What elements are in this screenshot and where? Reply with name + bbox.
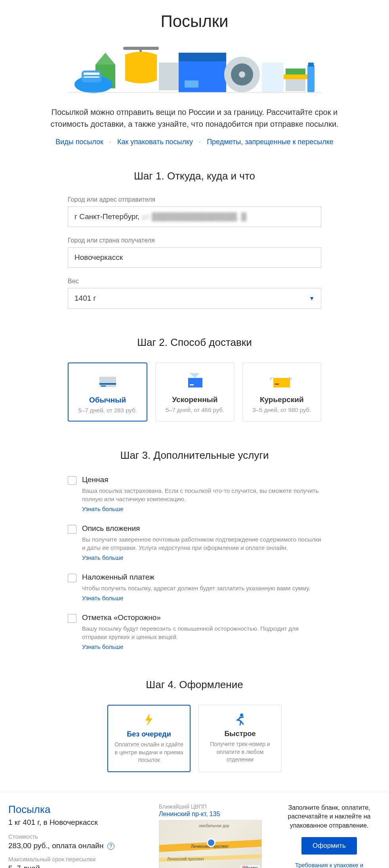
delivery-option-standard[interactable]: Обычный 5–7 дней, от 283 руб. bbox=[68, 362, 147, 422]
checkout-fast-title: Быстрое bbox=[204, 730, 276, 738]
svg-rect-11 bbox=[185, 80, 198, 88]
link-how-to-pack[interactable]: Как упаковать посылку bbox=[117, 138, 193, 146]
svg-rect-7 bbox=[84, 76, 99, 78]
delivery-courier-sub: 3–5 дней, от 980 руб. bbox=[247, 406, 317, 413]
service-valuable-title: Ценная bbox=[82, 475, 321, 484]
service-item-valuable: Ценная Ваша посылка застрахована. Если с… bbox=[68, 475, 321, 513]
summary-weight-dest: 1 кг 401 г, в Новочеркасск bbox=[8, 818, 147, 827]
map-pin-icon bbox=[207, 838, 215, 847]
info-icon[interactable]: ? bbox=[107, 843, 114, 850]
svg-rect-23 bbox=[99, 383, 116, 385]
step1-title: Шаг 1. Откуда, куда и что bbox=[0, 170, 389, 182]
svg-marker-1 bbox=[95, 53, 115, 65]
delivery-express-title: Ускоренный bbox=[160, 395, 230, 404]
link-parcel-types[interactable]: Виды посылок bbox=[55, 138, 103, 146]
svg-rect-26 bbox=[188, 378, 202, 387]
weight-select[interactable]: 1401 г ▼ bbox=[68, 288, 321, 309]
yandex-logo: ЯЯндекс bbox=[240, 865, 260, 868]
summary-time-label: Максимальный срок пересылки bbox=[8, 856, 147, 862]
checkbox-cod[interactable] bbox=[68, 574, 76, 582]
svg-rect-17 bbox=[284, 74, 307, 79]
svg-point-14 bbox=[239, 71, 245, 78]
requirements-link[interactable]: Требования к упаковке и содержимому bbox=[278, 861, 381, 868]
checkout-option-fast[interactable]: Быстрое Получите трек-номер и оплатите в… bbox=[198, 705, 282, 772]
hero-illustration bbox=[68, 41, 321, 96]
summary-cost-value: 283,00 руб., оплата онлайн ? bbox=[8, 841, 147, 850]
svg-rect-29 bbox=[275, 383, 279, 385]
service-inventory-link[interactable]: Узнать больше bbox=[82, 554, 123, 561]
svg-marker-25 bbox=[189, 373, 199, 378]
delivery-courier-title: Курьерский bbox=[247, 395, 317, 404]
service-valuable-link[interactable]: Узнать больше bbox=[82, 506, 123, 512]
to-label: Город или страна получателя bbox=[68, 237, 321, 244]
summary-instructions: Заполните бланк, оплатите, распечатайте … bbox=[278, 803, 381, 830]
svg-rect-19 bbox=[307, 65, 315, 92]
service-item-fragile: Отметка «Осторожно» Вашу посылку будут п… bbox=[68, 613, 321, 651]
service-fragile-title: Отметка «Осторожно» bbox=[82, 613, 321, 622]
service-cod-link[interactable]: Узнать больше bbox=[82, 595, 123, 601]
svg-rect-27 bbox=[190, 384, 194, 385]
service-cod-desc: Чтобы получить посылку, адресат должен б… bbox=[82, 584, 321, 592]
delivery-standard-sub: 5–7 дней, от 283 руб. bbox=[72, 407, 143, 414]
from-input[interactable]: г Санкт-Петербург, ул ████████████████, … bbox=[68, 206, 321, 227]
step2-title: Шаг 2. Способ доставки bbox=[0, 336, 389, 349]
running-person-icon bbox=[204, 712, 276, 727]
courier-package-icon bbox=[247, 372, 317, 391]
submit-button[interactable]: Оформить bbox=[301, 837, 357, 855]
map-label: Ближайший ЦВПП bbox=[159, 803, 266, 810]
weight-label: Вес bbox=[68, 278, 321, 285]
checkbox-fragile[interactable] bbox=[68, 614, 76, 623]
page-title: Посылки bbox=[0, 12, 389, 31]
checkout-option-noqueue[interactable]: Без очереди Оплатите онлайн и сдайте в ц… bbox=[107, 705, 191, 772]
service-valuable-desc: Ваша посылка застрахована. Если с посылк… bbox=[82, 486, 321, 503]
svg-rect-28 bbox=[273, 378, 290, 387]
checkbox-inventory[interactable] bbox=[68, 525, 76, 534]
to-input[interactable]: Новочеркасск bbox=[68, 247, 321, 268]
intro-text: Посылкой можно отправить вещи по России … bbox=[40, 106, 349, 130]
summary-cost-label: Стоимость bbox=[8, 833, 147, 840]
step3-title: Шаг 3. Дополнительные услуги bbox=[0, 449, 389, 462]
service-inventory-title: Опись вложения bbox=[82, 524, 321, 533]
service-item-cod: Наложенный платеж Чтобы получить посылку… bbox=[68, 573, 321, 602]
summary-time-value: 5–7 дней bbox=[8, 864, 147, 868]
svg-rect-20 bbox=[308, 63, 314, 67]
svg-point-31 bbox=[240, 713, 243, 717]
svg-rect-18 bbox=[286, 79, 305, 91]
summary-bar: Посылка 1 кг 401 г, в Новочеркасск Стоим… bbox=[0, 792, 389, 868]
map-address[interactable]: Ленинский пр-кт, 135 bbox=[159, 811, 266, 818]
svg-rect-2 bbox=[123, 47, 159, 50]
from-label: Город или адрес отправителя bbox=[68, 196, 321, 203]
svg-rect-24 bbox=[101, 385, 106, 387]
delivery-option-express[interactable]: Ускоренный 5–7 дней, от 466 руб. bbox=[155, 362, 234, 422]
service-fragile-link[interactable]: Узнать больше bbox=[82, 643, 123, 650]
checkout-noqueue-title: Без очереди bbox=[114, 730, 184, 738]
svg-marker-30 bbox=[145, 713, 153, 726]
link-forbidden-items[interactable]: Предметы, запрещенные к пересылке bbox=[207, 138, 334, 146]
map-widget[interactable]: омобильная дор Ленинский Проспект Ленинс… bbox=[159, 820, 262, 868]
fast-package-icon bbox=[160, 372, 230, 391]
step4-title: Шаг 4. Оформление bbox=[0, 679, 389, 691]
intro-links: Виды посылок · Как упаковать посылку · П… bbox=[0, 138, 389, 146]
delivery-express-sub: 5–7 дней, от 466 руб. bbox=[160, 406, 230, 413]
summary-heading: Посылка bbox=[8, 803, 147, 816]
delivery-standard-title: Обычный bbox=[72, 396, 143, 404]
service-item-inventory: Опись вложения Вы получите заверенное по… bbox=[68, 524, 321, 562]
service-inventory-desc: Вы получите заверенное почтовым работник… bbox=[82, 535, 321, 552]
checkout-noqueue-sub: Оплатите онлайн и сдайте в центре выдачи… bbox=[114, 741, 184, 764]
chevron-down-icon: ▼ bbox=[309, 295, 315, 301]
service-fragile-desc: Вашу посылку будут перевозить с повышенн… bbox=[82, 624, 321, 641]
svg-rect-6 bbox=[84, 72, 99, 75]
svg-rect-16 bbox=[286, 69, 305, 74]
checkout-fast-sub: Получите трек-номер и оплатите в любом о… bbox=[204, 740, 276, 764]
service-cod-title: Наложенный платеж bbox=[82, 573, 321, 582]
package-icon bbox=[72, 372, 143, 391]
delivery-option-courier[interactable]: Курьерский 3–5 дней, от 980 руб. bbox=[242, 362, 321, 422]
svg-rect-10 bbox=[179, 53, 226, 61]
svg-rect-15 bbox=[262, 63, 284, 92]
lightning-icon bbox=[114, 713, 184, 727]
checkbox-valuable[interactable] bbox=[68, 476, 76, 485]
